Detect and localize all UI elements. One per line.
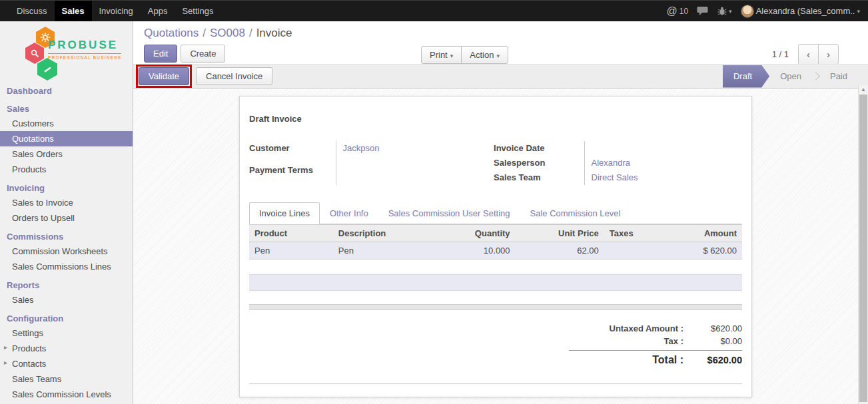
action-caret-icon: ▾ <box>496 53 500 59</box>
tab-other-info[interactable]: Other Info <box>320 202 378 224</box>
sidebar-section-dashboard[interactable]: Dashboard <box>0 84 133 98</box>
user-menu-caret-icon: ▾ <box>857 8 860 15</box>
expand-caret-icon[interactable]: ▸ <box>4 359 7 366</box>
totals-row-tax: Tax :$0.00 <box>569 335 742 347</box>
pager-next-button[interactable]: › <box>818 44 839 65</box>
sidebar-item-commission-worksheets[interactable]: Commission Worksheets <box>0 244 133 259</box>
totals-block: Untaxed Amount :$620.00Tax :$0.00Total :… <box>569 322 742 367</box>
invoice-line-row[interactable]: PenPen10.00062.00$ 620.00 <box>249 242 742 260</box>
notebook-tabs: Invoice LinesOther InfoSales Commission … <box>249 202 742 224</box>
cancel-invoice-button[interactable]: Cancel Invoice <box>196 67 272 85</box>
totals-label: Untaxed Amount : <box>569 323 683 333</box>
topbar-menus: DiscussSalesInvoicingAppsSettings <box>0 1 220 21</box>
sidebar-item-quotations[interactable]: Quotations <box>0 131 133 146</box>
cell-quantity: 10.000 <box>436 242 515 260</box>
field-label-sales-team: Sales Team <box>494 170 584 185</box>
action-dropdown-button[interactable]: Action▾ <box>461 46 508 64</box>
sidebar-item-sales[interactable]: Sales <box>0 292 133 307</box>
expand-caret-icon[interactable]: ▸ <box>4 343 7 351</box>
breadcrumb-separator: / <box>249 27 252 39</box>
sidebar-section-configuration[interactable]: Configuration <box>0 311 133 325</box>
topbar-menu-discuss[interactable]: Discuss <box>9 1 55 21</box>
field-value-salesperson[interactable]: Alexandra <box>584 156 742 170</box>
sidebar-item-label: Sales Orders <box>12 149 63 159</box>
sidebar-item-products[interactable]: Products <box>0 162 133 177</box>
column-header-description: Description <box>333 225 436 242</box>
field-row-customer: CustomerJackpson <box>249 141 494 163</box>
tab-invoice-lines[interactable]: Invoice Lines <box>249 202 320 224</box>
field-label-salesperson: Salesperson <box>494 156 584 170</box>
grand-total-label: Total : <box>569 354 683 366</box>
sidebar-item-label: Commission Worksheets <box>12 246 108 256</box>
edit-button[interactable]: Edit <box>144 45 177 63</box>
field-value-sales-team[interactable]: Direct Sales <box>584 170 742 185</box>
user-avatar <box>741 5 754 18</box>
field-row-payment-terms: Payment Terms <box>249 163 494 185</box>
logo-pen-hexagon-icon <box>37 58 57 81</box>
sidebar-item-products[interactable]: ▸Products <box>0 341 133 356</box>
scrollbar-thumb[interactable] <box>859 95 867 402</box>
scrollbar-up-arrow-icon[interactable]: ▲ <box>859 87 868 93</box>
main-area: Quotations/SO008/Invoice Edit Create Pri… <box>133 21 868 404</box>
sidebar-item-label: Quotations <box>12 134 54 144</box>
column-header-taxes: Taxes <box>604 225 663 242</box>
sidebar-section-reports[interactable]: Reports <box>0 278 133 292</box>
topbar-menu-settings[interactable]: Settings <box>175 1 220 21</box>
totals-value: $620.00 <box>690 323 742 333</box>
logo-title: PROBUSE <box>48 39 121 52</box>
sidebar-item-label: Sales <box>12 295 34 305</box>
invoice-sheet: Draft Invoice CustomerJackpsonPayment Te… <box>239 96 752 397</box>
topbar-menu-apps[interactable]: Apps <box>141 1 175 21</box>
sidebar-item-customers[interactable]: Customers <box>0 116 133 131</box>
form-view-background: Draft Invoice CustomerJackpsonPayment Te… <box>133 89 858 404</box>
validate-button[interactable]: Validate <box>139 67 189 85</box>
sidebar-item-orders-to-upsell[interactable]: Orders to Upsell <box>0 210 133 226</box>
debug-bug-icon[interactable]: ▾ <box>717 6 732 16</box>
sidebar-section-sales[interactable]: Sales <box>0 102 133 116</box>
logo-subtitle: PROFESSIONAL BUSINESS <box>48 53 121 60</box>
messages-icon[interactable] <box>697 6 709 16</box>
invoice-lines-table: ProductDescriptionQuantityUnit PriceTaxe… <box>249 224 742 260</box>
empty-line-row[interactable] <box>249 274 742 291</box>
field-row-salesperson: SalespersonAlexandra <box>494 156 742 170</box>
field-label-customer: Customer <box>249 141 336 163</box>
state-paid[interactable]: Paid <box>819 65 858 88</box>
breadcrumb: Quotations/SO008/Invoice <box>144 27 857 40</box>
pager-previous-button[interactable]: ‹ <box>798 44 819 65</box>
cell-unit-price: 62.00 <box>516 242 604 260</box>
sidebar-section-invoicing[interactable]: Invoicing <box>0 181 133 195</box>
tab-sale-commission-level[interactable]: Sale Commission Level <box>520 202 631 224</box>
sidebar-section-commissions[interactable]: Commissions <box>0 230 133 244</box>
sidebar-item-sales-teams[interactable]: Sales Teams <box>0 371 133 387</box>
tab-sales-commission-user-setting[interactable]: Sales Commission User Setting <box>378 202 520 224</box>
field-row-invoice-date: Invoice Date <box>494 141 742 156</box>
sidebar-item-sales-commissions-lines[interactable]: Sales Commissions Lines <box>0 259 133 274</box>
breadcrumb-so008[interactable]: SO008 <box>210 27 245 39</box>
sidebar-item-label: Orders to Upsell <box>12 213 75 223</box>
column-header-amount: Amount <box>663 225 742 242</box>
sidebar-item-settings[interactable]: Settings <box>0 325 133 341</box>
sidebar-item-contacts[interactable]: ▸Contacts <box>0 356 133 371</box>
column-header-unit-price: Unit Price <box>516 225 604 242</box>
table-horizontal-scrollbar[interactable] <box>249 304 742 310</box>
breadcrumb-quotations[interactable]: Quotations <box>144 27 199 39</box>
topbar-menu-sales[interactable]: Sales <box>55 1 92 21</box>
topbar-menu-invoicing[interactable]: Invoicing <box>92 1 141 21</box>
print-dropdown-button[interactable]: Print▾ <box>421 46 462 64</box>
sidebar-item-label: Products <box>12 343 46 353</box>
sidebar-item-sales-commission-levels[interactable]: Sales Commission Levels <box>0 387 133 402</box>
mentions-counter[interactable]: @ 10 <box>666 5 688 17</box>
user-name: Alexandra (Sales_comm.. <box>756 6 855 16</box>
sidebar-nav: DashboardSalesCustomersQuotationsSales O… <box>0 84 133 404</box>
sidebar-item-sales-to-invoice[interactable]: Sales to Invoice <box>0 195 133 210</box>
state-draft[interactable]: Draft <box>723 65 769 88</box>
topbar-right: @ 10 ▾ Alexandra (Sales_comm.. ▾ <box>666 1 868 21</box>
totals-row-untaxed-amount: Untaxed Amount :$620.00 <box>569 322 742 335</box>
state-open[interactable]: Open <box>769 65 812 88</box>
sidebar-item-label: Contacts <box>12 359 46 369</box>
create-button[interactable]: Create <box>181 45 225 63</box>
sidebar-item-label: Sales Teams <box>12 374 61 384</box>
user-menu[interactable]: Alexandra (Sales_comm.. ▾ <box>741 5 860 18</box>
sidebar-item-sales-orders[interactable]: Sales Orders <box>0 146 133 162</box>
field-value-customer[interactable]: Jackpson <box>336 141 494 163</box>
